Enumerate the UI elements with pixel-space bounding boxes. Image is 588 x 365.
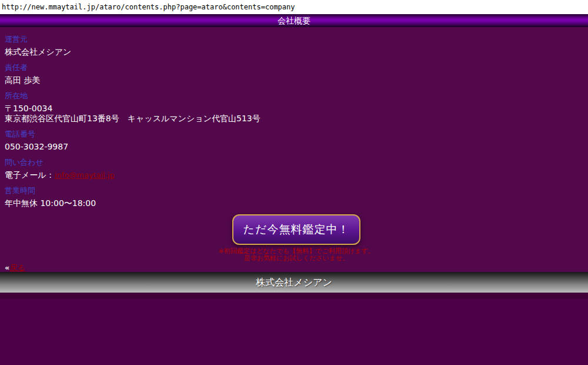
address-bar[interactable]: http://new.mmaytail.jp/ataro/contents.ph… [0,0,588,14]
field-value: 高田 歩美 [5,75,588,85]
field-operator: 運営元 株式会社メシアン [5,27,588,57]
street-address: 東京都渋谷区代官山町13番8号 キャッスルマンション代官山513号 [5,114,588,124]
email-prefix: 電子メール： [5,170,55,180]
field-contact: 問い合わせ 電子メール：info@maytail.jp [5,158,588,180]
field-label: 電話番号 [5,130,588,139]
field-address: 所在地 〒150-0034 東京都渋谷区代官山町13番8号 キャッスルマンション… [5,91,588,124]
footer-company-name: 株式会社メシアン [256,277,332,288]
back-link[interactable]: 戻る [9,263,25,272]
back-row: «戻る [5,263,588,272]
cta-area: ただ今無料鑑定中！ ※初回鑑定はどなたでも【無料】でご利用頂けます。 是非お気軽… [5,214,588,262]
company-info-section: 運営元 株式会社メシアン 責任者 高田 歩美 所在地 〒150-0034 東京都… [0,27,588,272]
field-label: 営業時間 [5,186,588,195]
page-title: 会社概要 [278,16,310,25]
email-link[interactable]: info@maytail.jp [55,171,115,180]
field-value: 年中無休 10:00〜18:00 [5,198,588,208]
postal-code: 〒150-0034 [5,104,588,114]
field-business-hours: 営業時間 年中無休 10:00〜18:00 [5,186,588,208]
field-label: 運営元 [5,35,588,44]
cta-note-line2: 是非お気軽にお試しくださいませ。 [5,255,588,262]
cta-note: ※初回鑑定はどなたでも【無料】でご利用頂けます。 是非お気軽にお試しくださいませ… [5,248,588,262]
free-appraisal-button[interactable]: ただ今無料鑑定中！ [232,214,360,245]
field-value: 株式会社メシアン [5,47,588,57]
field-value: 電子メール：info@maytail.jp [5,170,588,180]
field-value: 050-3032-9987 [5,142,588,152]
field-phone: 電話番号 050-3032-9987 [5,130,588,152]
url-text: http://new.mmaytail.jp/ataro/contents.ph… [2,3,295,11]
field-label: 責任者 [5,63,588,72]
field-label: 所在地 [5,91,588,101]
field-responsible-person: 責任者 高田 歩美 [5,63,588,85]
field-label: 問い合わせ [5,158,588,167]
browser-page: http://new.mmaytail.jp/ataro/contents.ph… [0,0,588,365]
footer-bar: 株式会社メシアン [0,272,588,293]
footer-divider [0,293,588,299]
page-title-bar: 会社概要 [0,14,588,27]
bottom-background [0,299,588,365]
